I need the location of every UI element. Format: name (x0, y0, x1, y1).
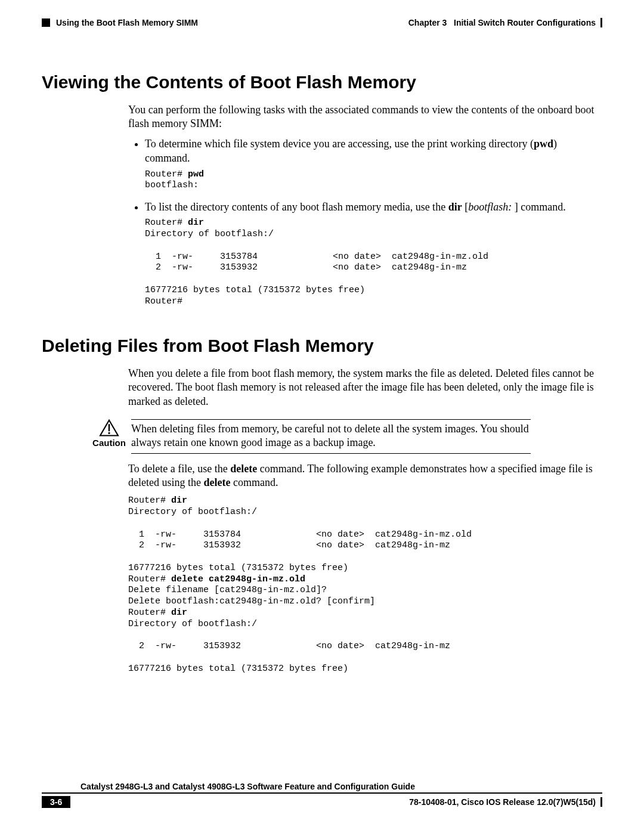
page-number: 3-6 (42, 796, 70, 808)
caution-label: Caution (92, 438, 126, 448)
svg-point-2 (108, 432, 110, 433)
bullet-pwd: To determine which file system device yo… (145, 137, 602, 191)
header-divider-icon (600, 18, 602, 27)
page-header: Using the Boot Flash Memory SIMM Chapter… (42, 18, 602, 27)
caution-icon (99, 419, 119, 437)
cmd-pwd: pwd (534, 138, 553, 150)
cmd-delete: delete (230, 463, 257, 475)
para-deleting-intro: When you delete a file from boot flash m… (128, 367, 602, 408)
para-delete-example: To delete a file, use the delete command… (128, 462, 602, 490)
cmd-delete-2: delete (203, 476, 230, 488)
header-marker-icon (42, 18, 50, 27)
caution-text: When deleting files from memory, be care… (131, 419, 531, 454)
bullet-dir: To list the directory contents of any bo… (145, 200, 602, 307)
code-block-dir: Router# dir Directory of bootflash:/ 1 -… (145, 218, 602, 307)
footer-title: Catalyst 2948G-L3 and Catalyst 4908G-L3 … (42, 782, 602, 794)
page-footer: Catalyst 2948G-L3 and Catalyst 4908G-L3 … (42, 782, 602, 808)
code-block-delete: Router# dir Directory of bootflash:/ 1 -… (128, 496, 602, 674)
section-heading-viewing: Viewing the Contents of Boot Flash Memor… (42, 72, 602, 92)
doc-id: 78-10408-01, Cisco IOS Release 12.0(7)W5… (409, 797, 602, 807)
chapter-name: Initial Switch Router Configurations (454, 18, 596, 27)
header-section-title: Using the Boot Flash Memory SIMM (56, 18, 198, 27)
intro-paragraph: You can perform the following tasks with… (128, 103, 602, 131)
code-block-pwd: Router# pwd bootflash: (145, 169, 602, 192)
chapter-label: Chapter 3 (408, 18, 447, 27)
header-right: Chapter 3 Initial Switch Router Configur… (408, 18, 602, 27)
caution-block: Caution When deleting files from memory,… (42, 419, 602, 454)
section-heading-deleting: Deleting Files from Boot Flash Memory (42, 336, 602, 356)
footer-divider-icon (600, 797, 602, 807)
header-left: Using the Boot Flash Memory SIMM (42, 18, 198, 27)
cmd-dir: dir (448, 201, 462, 213)
bullet-list: To determine which file system device yo… (128, 137, 602, 307)
arg-bootflash: bootflash: (468, 201, 515, 213)
